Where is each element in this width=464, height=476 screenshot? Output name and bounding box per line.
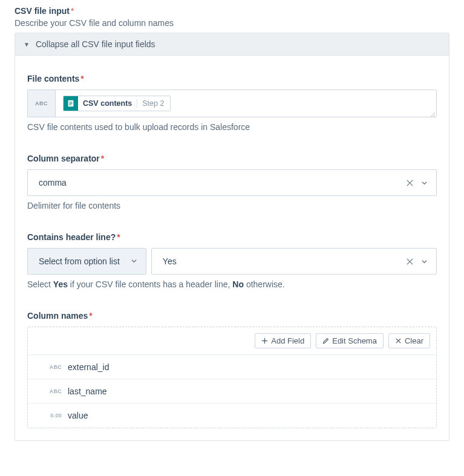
clear-icon[interactable] [402,254,417,269]
section-title: CSV file input [15,6,70,16]
required-indicator: * [101,154,104,163]
schema-rows: ABC external_id ABC last_name 0.00 value [28,355,436,428]
schema-toolbar: Add Field Edit Schema Clear [28,327,436,355]
close-icon [395,337,402,344]
column-separator-value: comma [39,178,402,187]
header-line-field: Contains header line?* Select from optio… [27,232,437,289]
file-contents-label: File contents* [27,74,437,83]
column-separator-label: Column separator* [27,154,437,163]
clear-icon[interactable] [402,175,417,190]
header-line-help: Select Yes if your CSV file contents has… [27,279,437,289]
option-mode-label: Select from option list [39,256,120,266]
chevron-down-icon[interactable] [417,254,431,269]
file-contents-field: File contents* ABC CSV contents Step 2 C… [27,74,437,132]
plus-icon [261,337,268,344]
fields-panel: File contents* ABC CSV contents Step 2 C… [15,56,449,441]
schema-box: Add Field Edit Schema Clear ABC external… [27,327,437,428]
column-separator-field: Column separator* comma Delimiter for fi… [27,154,437,210]
required-indicator: * [71,6,74,16]
column-name: last_name [68,386,107,396]
add-field-button[interactable]: Add Field [255,333,311,348]
csv-file-icon [64,96,78,111]
type-badge: ABC [35,388,68,394]
header-line-select[interactable]: Yes [151,248,437,275]
type-badge: ABC [35,364,68,370]
type-badge-abc: ABC [28,90,56,117]
option-mode-select[interactable]: Select from option list [27,248,146,275]
resize-handle-icon[interactable] [429,109,435,116]
svg-rect-1 [69,102,72,102]
column-separator-help: Delimiter for file contents [27,201,437,210]
type-badge: 0.00 [35,412,68,419]
column-names-label: Column names* [27,311,437,321]
column-separator-select[interactable]: comma [27,169,437,196]
chevron-down-icon [131,258,137,266]
required-indicator: * [117,232,120,242]
svg-line-5 [433,115,435,117]
file-contents-body: CSV contents Step 2 [56,90,436,117]
schema-row[interactable]: 0.00 value [28,403,436,428]
column-name: value [68,411,88,420]
collapse-label: Collapse all CSV file input fields [36,39,155,49]
collapse-toggle[interactable]: ▼ Collapse all CSV file input fields [15,33,449,56]
chevron-down-icon[interactable] [417,175,431,190]
edit-schema-button[interactable]: Edit Schema [316,333,384,348]
pill-step-text: Step 2 [137,99,170,108]
svg-rect-3 [69,105,71,105]
pill-main-text: CSV contents [78,99,137,108]
schema-row[interactable]: ABC last_name [28,379,436,403]
column-name: external_id [68,362,109,372]
clear-button[interactable]: Clear [388,333,430,348]
file-contents-help: CSV file contents used to bulk upload re… [27,122,437,132]
section-description: Describe your CSV file and column names [15,18,449,28]
csv-contents-pill[interactable]: CSV contents Step 2 [63,96,171,111]
header-line-label: Contains header line?* [27,232,437,242]
section-header: CSV file input* Describe your CSV file a… [15,6,449,28]
svg-rect-2 [69,103,72,104]
pencil-icon [322,337,329,344]
required-indicator: * [80,74,83,83]
chevron-down-icon: ▼ [24,41,30,48]
svg-line-4 [430,112,435,117]
required-indicator: * [89,311,92,321]
file-contents-input[interactable]: ABC CSV contents Step 2 [27,90,437,117]
schema-row[interactable]: ABC external_id [28,355,436,379]
header-line-value: Yes [163,256,402,266]
column-names-field: Column names* Add Field Edit Schema Clea… [27,311,437,428]
